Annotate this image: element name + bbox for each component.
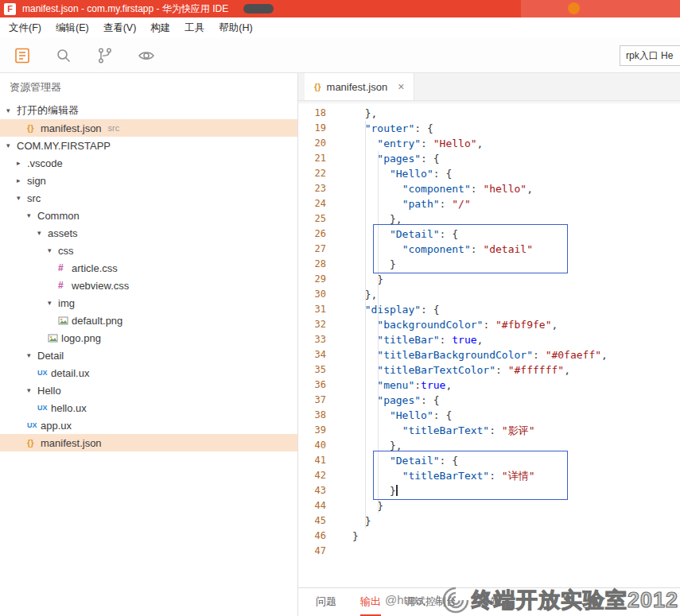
- panel-tab-2[interactable]: 输出: [360, 588, 381, 616]
- tree-item-label: hello.ux: [51, 402, 87, 414]
- line-number: 27: [298, 242, 338, 257]
- image-file-icon: [48, 333, 61, 343]
- code-line-19[interactable]: 19 "router": {: [298, 121, 680, 136]
- code-line-31[interactable]: 31 "display": {: [298, 302, 680, 317]
- tree-item-label: 打开的编辑器: [17, 103, 79, 118]
- line-number: 26: [298, 227, 338, 242]
- tree-item-15[interactable]: ▾Detail: [0, 347, 297, 364]
- code-line-28[interactable]: 28 }: [298, 257, 680, 272]
- tree-item-19[interactable]: UXapp.ux: [0, 416, 297, 434]
- code-line-27[interactable]: 27 "component": "detail": [298, 242, 680, 257]
- tab-manifest-json[interactable]: {} manifest.json ×: [305, 73, 414, 100]
- line-number: 32: [298, 317, 338, 332]
- tree-item-3[interactable]: ▾COM.MY.FIRSTAPP: [0, 137, 297, 154]
- tree-item-11[interactable]: #webview.css: [0, 277, 297, 294]
- menu-item-6[interactable]: 帮助(H): [212, 21, 259, 35]
- chevron-right-icon: ▸: [17, 159, 27, 167]
- code-line-20[interactable]: 20 "entry": "Hello",: [298, 136, 680, 151]
- code-line-40[interactable]: 40 },: [298, 438, 680, 453]
- git-branch-icon[interactable]: [95, 46, 115, 65]
- tree-item-2[interactable]: {}manifest.jsonsrc: [0, 119, 297, 137]
- tree-item-13[interactable]: default.png: [0, 312, 297, 329]
- code-line-21[interactable]: 21 "pages": {: [298, 151, 680, 166]
- tree-item-label: webview.css: [72, 280, 129, 292]
- tree-item-18[interactable]: UXhello.ux: [0, 399, 297, 416]
- code-line-29[interactable]: 29 }: [298, 272, 680, 287]
- code-line-36[interactable]: 36 "menu":true,: [298, 378, 680, 393]
- tree-item-4[interactable]: ▸.vscode: [0, 154, 297, 172]
- project-manager-icon[interactable]: [13, 46, 32, 65]
- code-line-45[interactable]: 45 }: [298, 513, 680, 529]
- close-icon[interactable]: ×: [398, 80, 404, 93]
- image-file-icon: [58, 316, 72, 326]
- code-line-46[interactable]: 46}: [298, 529, 680, 544]
- menu-item-5[interactable]: 工具: [177, 21, 212, 35]
- code-line-39[interactable]: 39 "titleBarText": "影评": [298, 423, 680, 438]
- line-number: 24: [298, 196, 338, 211]
- panel-tab-4[interactable]: 终端: [480, 588, 501, 616]
- preview-eye-icon[interactable]: [137, 46, 156, 65]
- json-braces-icon: {}: [314, 82, 321, 91]
- menu-item-4[interactable]: 构建: [143, 21, 177, 35]
- code-line-18[interactable]: 18 },: [298, 106, 680, 121]
- tree-item-20[interactable]: {}manifest.json: [0, 434, 297, 451]
- tree-item-label: img: [58, 297, 75, 309]
- menu-item-3[interactable]: 查看(V): [96, 21, 144, 35]
- line-number: 47: [298, 544, 338, 559]
- window-title: manifest.json - com.my.firstapp - 华为快应用 …: [22, 2, 228, 16]
- tree-item-label: .vscode: [27, 157, 63, 169]
- line-number: 20: [298, 136, 338, 151]
- tree-item-7[interactable]: ▾Common: [0, 207, 297, 224]
- code-line-47[interactable]: 47: [298, 544, 680, 559]
- line-number: 43: [298, 483, 338, 498]
- code-line-35[interactable]: 35 "titleBarTextColor": "#ffffff",: [298, 362, 680, 378]
- tree-item-17[interactable]: ▾Hello: [0, 382, 297, 399]
- tree-item-16[interactable]: UXdetail.ux: [0, 364, 297, 382]
- code-line-34[interactable]: 34 "titleBarBackgroundColor": "#0faeff",: [298, 347, 680, 362]
- file-tree: ▾打开的编辑器{}manifest.jsonsrc▾COM.MY.FIRSTAP…: [0, 102, 297, 451]
- chevron-down-icon: ▾: [6, 107, 17, 114]
- panel-tab-3[interactable]: 调试控制台: [405, 588, 457, 616]
- panel-tab-1[interactable]: 问题: [316, 588, 336, 616]
- code-line-44[interactable]: 44 }: [298, 498, 680, 513]
- menu-item-1[interactable]: 文件(F): [2, 21, 49, 35]
- tree-item-5[interactable]: ▸sign: [0, 172, 297, 189]
- tree-item-10[interactable]: #article.css: [0, 259, 297, 277]
- code-line-25[interactable]: 25 },: [298, 211, 680, 227]
- explorer-sidebar: 资源管理器 ▾打开的编辑器{}manifest.jsonsrc▾COM.MY.F…: [0, 73, 298, 616]
- tree-item-9[interactable]: ▾css: [0, 242, 297, 259]
- tree-item-14[interactable]: logo.png: [0, 329, 297, 347]
- code-line-23[interactable]: 23 "component": "hello",: [298, 181, 680, 196]
- tree-item-1[interactable]: ▾打开的编辑器: [0, 102, 297, 119]
- code-line-26[interactable]: 26 "Detail": {: [298, 227, 680, 242]
- line-number: 31: [298, 302, 338, 317]
- code-line-38[interactable]: 38 "Hello": {: [298, 408, 680, 423]
- tree-item-label: detail.ux: [51, 367, 89, 379]
- watermark-dark-pill: [243, 4, 274, 14]
- search-icon[interactable]: [54, 46, 73, 65]
- code-line-37[interactable]: 37 "pages": {: [298, 393, 680, 408]
- tree-item-12[interactable]: ▾img: [0, 294, 297, 312]
- toolbar: rpk入口 He: [0, 38, 680, 73]
- code-line-24[interactable]: 24 "path": "/": [298, 196, 680, 211]
- rpk-entry-select[interactable]: rpk入口 He: [620, 45, 680, 66]
- text-cursor: [396, 485, 398, 496]
- ux-file-icon: UX: [27, 421, 41, 429]
- line-number: 22: [298, 166, 338, 181]
- tree-item-label: Common: [37, 210, 80, 222]
- code-line-32[interactable]: 32 "backgroundColor": "#fbf9fe",: [298, 317, 680, 332]
- code-line-43[interactable]: 43 }: [298, 483, 680, 498]
- chevron-down-icon: ▾: [27, 211, 37, 219]
- menu-item-2[interactable]: 编辑(E): [49, 21, 96, 35]
- code-line-33[interactable]: 33 "titleBar": true,: [298, 332, 680, 347]
- window-titlebar[interactable]: F manifest.json - com.my.firstapp - 华为快应…: [0, 0, 680, 17]
- tree-item-8[interactable]: ▾assets: [0, 224, 297, 242]
- code-line-22[interactable]: 22 "Hello": {: [298, 166, 680, 181]
- code-line-41[interactable]: 41 "Detail": {: [298, 453, 680, 468]
- tree-item-6[interactable]: ▾src: [0, 189, 297, 207]
- app-logo-icon: F: [4, 3, 16, 15]
- code-line-30[interactable]: 30 },: [298, 287, 680, 302]
- code-line-42[interactable]: 42 "titleBarText": "详情": [298, 468, 680, 483]
- code-editor[interactable]: 18 },19 "router": {20 "entry": "Hello",2…: [298, 101, 680, 587]
- line-number: 46: [298, 529, 338, 544]
